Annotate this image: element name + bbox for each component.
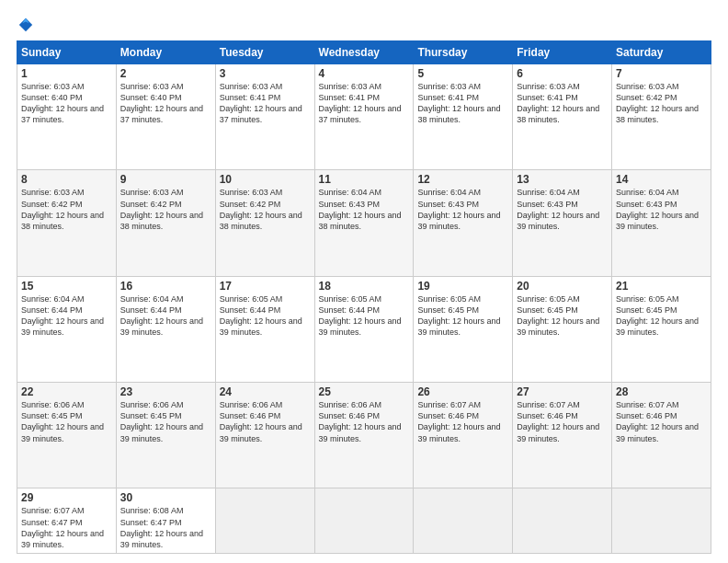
day-number: 1 bbox=[21, 67, 112, 80]
calendar-cell: 1Sunrise: 6:03 AMSunset: 6:40 PMDaylight… bbox=[17, 64, 117, 170]
day-number: 24 bbox=[220, 385, 311, 398]
day-info: Sunrise: 6:03 AMSunset: 6:40 PMDaylight:… bbox=[120, 81, 211, 126]
calendar-cell: 29Sunrise: 6:07 AMSunset: 6:47 PMDayligh… bbox=[17, 488, 117, 554]
day-info: Sunrise: 6:04 AMSunset: 6:43 PMDaylight:… bbox=[517, 187, 608, 232]
calendar-cell bbox=[513, 488, 612, 554]
day-info: Sunrise: 6:04 AMSunset: 6:43 PMDaylight:… bbox=[616, 187, 707, 232]
calendar-header-monday: Monday bbox=[116, 41, 215, 64]
day-number: 23 bbox=[120, 385, 211, 398]
day-info: Sunrise: 6:03 AMSunset: 6:42 PMDaylight:… bbox=[120, 187, 211, 232]
calendar-cell: 6Sunrise: 6:03 AMSunset: 6:41 PMDaylight… bbox=[513, 64, 612, 170]
calendar-cell: 28Sunrise: 6:07 AMSunset: 6:46 PMDayligh… bbox=[612, 383, 711, 488]
day-info: Sunrise: 6:05 AMSunset: 6:44 PMDaylight:… bbox=[220, 293, 311, 339]
day-number: 20 bbox=[517, 280, 608, 293]
calendar-cell: 17Sunrise: 6:05 AMSunset: 6:44 PMDayligh… bbox=[215, 276, 314, 382]
day-number: 10 bbox=[220, 173, 311, 186]
calendar-cell: 19Sunrise: 6:05 AMSunset: 6:45 PMDayligh… bbox=[414, 276, 513, 382]
calendar-header-row: SundayMondayTuesdayWednesdayThursdayFrid… bbox=[17, 41, 711, 64]
day-info: Sunrise: 6:04 AMSunset: 6:44 PMDaylight:… bbox=[120, 293, 211, 339]
calendar-week-3: 15Sunrise: 6:04 AMSunset: 6:44 PMDayligh… bbox=[17, 276, 711, 382]
page: SundayMondayTuesdayWednesdayThursdayFrid… bbox=[0, 0, 728, 563]
day-info: Sunrise: 6:05 AMSunset: 6:45 PMDaylight:… bbox=[517, 293, 608, 339]
day-number: 5 bbox=[417, 67, 508, 80]
calendar-cell: 5Sunrise: 6:03 AMSunset: 6:41 PMDaylight… bbox=[414, 64, 513, 170]
calendar-header-sunday: Sunday bbox=[17, 41, 117, 64]
calendar-cell: 9Sunrise: 6:03 AMSunset: 6:42 PMDaylight… bbox=[116, 170, 215, 276]
day-info: Sunrise: 6:03 AMSunset: 6:41 PMDaylight:… bbox=[220, 81, 311, 126]
day-number: 21 bbox=[616, 280, 707, 293]
calendar-cell: 22Sunrise: 6:06 AMSunset: 6:45 PMDayligh… bbox=[17, 383, 117, 488]
day-number: 6 bbox=[517, 67, 608, 80]
day-info: Sunrise: 6:07 AMSunset: 6:46 PMDaylight:… bbox=[417, 399, 508, 444]
day-number: 13 bbox=[517, 173, 608, 186]
calendar-header-thursday: Thursday bbox=[414, 41, 513, 64]
logo-icon bbox=[17, 17, 34, 33]
day-number: 18 bbox=[319, 280, 410, 293]
day-info: Sunrise: 6:07 AMSunset: 6:46 PMDaylight:… bbox=[616, 399, 707, 444]
calendar-cell: 13Sunrise: 6:04 AMSunset: 6:43 PMDayligh… bbox=[513, 170, 612, 276]
calendar-cell bbox=[612, 488, 711, 554]
day-info: Sunrise: 6:03 AMSunset: 6:42 PMDaylight:… bbox=[220, 187, 311, 232]
calendar-cell: 25Sunrise: 6:06 AMSunset: 6:46 PMDayligh… bbox=[314, 383, 414, 488]
calendar-cell: 11Sunrise: 6:04 AMSunset: 6:43 PMDayligh… bbox=[314, 170, 414, 276]
calendar-cell: 26Sunrise: 6:07 AMSunset: 6:46 PMDayligh… bbox=[414, 383, 513, 488]
calendar-cell: 10Sunrise: 6:03 AMSunset: 6:42 PMDayligh… bbox=[215, 170, 314, 276]
day-info: Sunrise: 6:05 AMSunset: 6:45 PMDaylight:… bbox=[616, 293, 707, 339]
day-number: 16 bbox=[120, 280, 211, 293]
day-info: Sunrise: 6:06 AMSunset: 6:46 PMDaylight:… bbox=[220, 399, 311, 444]
day-info: Sunrise: 6:05 AMSunset: 6:45 PMDaylight:… bbox=[417, 293, 508, 339]
calendar-week-1: 1Sunrise: 6:03 AMSunset: 6:40 PMDaylight… bbox=[17, 64, 711, 170]
calendar-header-saturday: Saturday bbox=[612, 41, 711, 64]
day-number: 30 bbox=[120, 491, 211, 504]
day-number: 4 bbox=[319, 67, 410, 80]
calendar-cell: 18Sunrise: 6:05 AMSunset: 6:44 PMDayligh… bbox=[314, 276, 414, 382]
calendar-cell: 24Sunrise: 6:06 AMSunset: 6:46 PMDayligh… bbox=[215, 383, 314, 488]
day-number: 22 bbox=[21, 385, 112, 398]
calendar-week-2: 8Sunrise: 6:03 AMSunset: 6:42 PMDaylight… bbox=[17, 170, 711, 276]
day-number: 28 bbox=[616, 385, 707, 398]
calendar-cell: 30Sunrise: 6:08 AMSunset: 6:47 PMDayligh… bbox=[116, 488, 215, 554]
day-number: 11 bbox=[319, 173, 410, 186]
calendar-cell: 3Sunrise: 6:03 AMSunset: 6:41 PMDaylight… bbox=[215, 64, 314, 170]
day-info: Sunrise: 6:06 AMSunset: 6:45 PMDaylight:… bbox=[21, 399, 112, 444]
calendar-header-friday: Friday bbox=[513, 41, 612, 64]
day-number: 19 bbox=[417, 280, 508, 293]
calendar-cell: 4Sunrise: 6:03 AMSunset: 6:41 PMDaylight… bbox=[314, 64, 414, 170]
day-number: 14 bbox=[616, 173, 707, 186]
calendar-table: SundayMondayTuesdayWednesdayThursdayFrid… bbox=[17, 40, 711, 554]
day-number: 26 bbox=[417, 385, 508, 398]
calendar-cell: 14Sunrise: 6:04 AMSunset: 6:43 PMDayligh… bbox=[612, 170, 711, 276]
day-number: 7 bbox=[616, 67, 707, 80]
calendar-cell: 27Sunrise: 6:07 AMSunset: 6:46 PMDayligh… bbox=[513, 383, 612, 488]
day-info: Sunrise: 6:07 AMSunset: 6:47 PMDaylight:… bbox=[21, 505, 112, 550]
calendar-cell: 21Sunrise: 6:05 AMSunset: 6:45 PMDayligh… bbox=[612, 276, 711, 382]
calendar-cell bbox=[314, 488, 414, 554]
day-number: 2 bbox=[120, 67, 211, 80]
day-info: Sunrise: 6:03 AMSunset: 6:42 PMDaylight:… bbox=[21, 187, 112, 232]
day-info: Sunrise: 6:04 AMSunset: 6:44 PMDaylight:… bbox=[21, 293, 112, 339]
calendar-week-4: 22Sunrise: 6:06 AMSunset: 6:45 PMDayligh… bbox=[17, 383, 711, 488]
day-number: 17 bbox=[220, 280, 311, 293]
calendar-cell: 2Sunrise: 6:03 AMSunset: 6:40 PMDaylight… bbox=[116, 64, 215, 170]
calendar-header-tuesday: Tuesday bbox=[215, 41, 314, 64]
day-info: Sunrise: 6:08 AMSunset: 6:47 PMDaylight:… bbox=[120, 505, 211, 550]
day-number: 27 bbox=[517, 385, 608, 398]
calendar-week-5: 29Sunrise: 6:07 AMSunset: 6:47 PMDayligh… bbox=[17, 488, 711, 554]
day-number: 3 bbox=[220, 67, 311, 80]
calendar-cell bbox=[414, 488, 513, 554]
calendar-cell bbox=[215, 488, 314, 554]
calendar-cell: 15Sunrise: 6:04 AMSunset: 6:44 PMDayligh… bbox=[17, 276, 117, 382]
day-info: Sunrise: 6:06 AMSunset: 6:46 PMDaylight:… bbox=[319, 399, 410, 444]
day-info: Sunrise: 6:03 AMSunset: 6:40 PMDaylight:… bbox=[21, 81, 112, 126]
logo bbox=[17, 17, 35, 33]
day-info: Sunrise: 6:04 AMSunset: 6:43 PMDaylight:… bbox=[417, 187, 508, 232]
day-number: 25 bbox=[319, 385, 410, 398]
header bbox=[17, 17, 711, 33]
calendar-cell: 20Sunrise: 6:05 AMSunset: 6:45 PMDayligh… bbox=[513, 276, 612, 382]
day-info: Sunrise: 6:06 AMSunset: 6:45 PMDaylight:… bbox=[120, 399, 211, 444]
day-info: Sunrise: 6:04 AMSunset: 6:43 PMDaylight:… bbox=[319, 187, 410, 232]
calendar-header-wednesday: Wednesday bbox=[314, 41, 414, 64]
day-info: Sunrise: 6:03 AMSunset: 6:41 PMDaylight:… bbox=[319, 81, 410, 126]
calendar-cell: 12Sunrise: 6:04 AMSunset: 6:43 PMDayligh… bbox=[414, 170, 513, 276]
day-info: Sunrise: 6:03 AMSunset: 6:41 PMDaylight:… bbox=[417, 81, 508, 126]
